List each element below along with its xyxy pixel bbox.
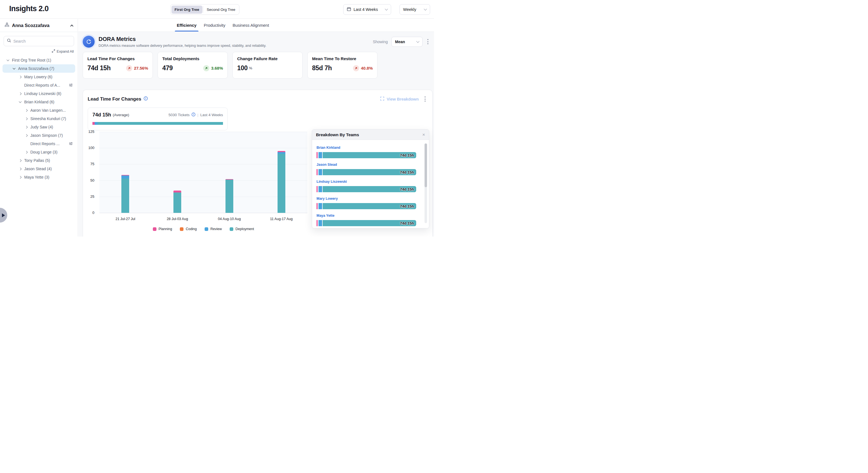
tab-business-alignment[interactable]: Business Alignment: [232, 19, 269, 31]
tree-item[interactable]: Anna Scozzafava (7): [2, 64, 75, 73]
tree-item[interactable]: Direct Reports ...: [2, 140, 75, 148]
team-name-link[interactable]: Brian Kirkland: [316, 146, 340, 150]
lead-time-header: Lead Time For Changes: [83, 90, 432, 103]
lead-time-title: Lead Time For Changes: [88, 96, 141, 102]
granularity-select[interactable]: Weekly: [400, 4, 430, 15]
chevron-right-icon[interactable]: [19, 76, 22, 78]
panel-scrollbar-thumb[interactable]: [425, 144, 427, 187]
tree-item[interactable]: Tony Pallas (5): [2, 156, 75, 165]
date-range-select[interactable]: Last 4 Weeks: [343, 4, 391, 15]
search-input[interactable]: [13, 39, 71, 43]
view-breakdown-button[interactable]: View Breakdown: [380, 97, 419, 101]
legend-swatch: [205, 227, 208, 231]
chevron-right-icon[interactable]: [19, 168, 22, 170]
tree-item[interactable]: First Org Tree Root (1): [2, 56, 75, 64]
team-value: 74d 15h: [400, 187, 414, 191]
chart-bar-04-Aug-10-Aug: [225, 179, 233, 213]
team-name-link[interactable]: Jason Stead: [316, 163, 337, 167]
info-icon[interactable]: [144, 96, 148, 102]
toggle-divider: [203, 6, 203, 13]
tab-efficiency[interactable]: Efficiency: [177, 19, 196, 31]
dora-kebab-menu-icon[interactable]: [426, 38, 430, 46]
metric-value: 100: [237, 64, 247, 72]
tree-item[interactable]: Direct Reports of A...: [2, 81, 75, 89]
tree-item[interactable]: Maya Yette (3): [2, 173, 75, 181]
tree-item[interactable]: Brian Kirkland (6): [2, 98, 75, 106]
trend-badge: 27.56%: [126, 65, 148, 71]
chevron-down-icon[interactable]: [13, 66, 16, 69]
team-bar-review: [318, 186, 322, 192]
metric-card[interactable]: Mean Time To Restore85d 7h40.8%: [307, 52, 377, 79]
gridline: [99, 148, 307, 148]
chevron-down-icon[interactable]: [19, 100, 22, 103]
top-header: Insights 2.0 First Org Tree Second Org T…: [0, 0, 434, 19]
chevron-right-icon[interactable]: [25, 151, 28, 153]
team-name-link[interactable]: Maya Yette: [316, 214, 334, 217]
tree-item-label: Sireesha Kunduri (7): [30, 116, 66, 121]
tree-item[interactable]: Sireesha Kunduri (7): [2, 115, 75, 123]
tree-item[interactable]: Mary Lowery (6): [2, 73, 75, 81]
lead-time-card: Lead Time For Changes: [83, 90, 433, 237]
team-bar-planning: [316, 203, 318, 209]
chevron-down-icon: [424, 7, 427, 10]
app-title: Insights 2.0: [9, 4, 49, 13]
legend-item-review: Review: [205, 227, 222, 231]
info-icon[interactable]: [191, 113, 195, 117]
team-name-link[interactable]: Mary Lowery: [316, 197, 338, 201]
chart-y-axis: 0255075100125: [83, 132, 97, 213]
tab-productivity[interactable]: Productivity: [204, 19, 225, 31]
chevron-down-icon: [385, 7, 388, 10]
summary-meta: 5030 Tickets | Last 4 Weeks: [168, 113, 223, 117]
toggle-option-first-org-tree[interactable]: First Org Tree: [172, 6, 203, 13]
close-icon[interactable]: ×: [422, 132, 425, 137]
lead-time-kebab-menu-icon[interactable]: [424, 95, 427, 103]
aggregation-select[interactable]: Mean: [392, 37, 423, 47]
team-value: 74d 15h: [400, 204, 414, 208]
expand-all-button[interactable]: Expand All: [0, 49, 74, 54]
metric-title: Lead Time For Changes: [87, 56, 148, 61]
summary-bar-segment-planning: [92, 122, 95, 125]
chevron-right-icon[interactable]: [19, 176, 22, 179]
tree-item[interactable]: Jason Simpson (7): [2, 131, 75, 140]
showing-label: Showing: [373, 39, 388, 44]
sidebar-search: [4, 36, 74, 46]
panel-scrollbar[interactable]: [425, 144, 427, 223]
chart-bar-11-Aug-17-Aug: [278, 151, 285, 213]
toggle-option-second-org-tree[interactable]: Second Org Tree: [204, 6, 239, 13]
chevron-right-icon[interactable]: [25, 109, 28, 112]
legend-label: Review: [211, 227, 222, 231]
breakdown-title: Breakdown By Teams: [316, 132, 359, 137]
team-name-link[interactable]: Lindsay Liszewski: [316, 180, 347, 184]
team-bar-planning: [316, 169, 318, 175]
chevron-right-icon[interactable]: [25, 117, 28, 120]
tree-item[interactable]: Judy Saw (4): [2, 123, 75, 131]
metric-cards-row: Lead Time For Changes74d 15h27.56%Total …: [83, 52, 430, 79]
filter-sliders-icon[interactable]: [69, 83, 73, 88]
team-value: 74d 15h: [400, 170, 414, 174]
chevron-down-icon[interactable]: [7, 58, 9, 61]
tree-item[interactable]: Lindsay Liszewski (8): [2, 89, 75, 98]
bar-segment-deployment: [121, 179, 129, 213]
legend-label: Planning: [159, 227, 172, 231]
filter-sliders-icon[interactable]: [69, 142, 73, 147]
chevron-right-icon[interactable]: [25, 134, 28, 137]
metric-card[interactable]: Change Failure Rate100%: [232, 52, 303, 79]
tree-item[interactable]: Aaron Van Langen...: [2, 106, 75, 115]
team-row: Brian Kirkland74d 15h: [316, 145, 416, 158]
sidebar-user-header[interactable]: Anna Scozzafava: [0, 19, 78, 32]
gridline: [99, 213, 307, 213]
summary-range-label: Last 4 Weeks: [200, 113, 223, 117]
team-row: Maya Yette74d 15h: [316, 213, 416, 226]
tree-item[interactable]: Jason Stead (4): [2, 165, 75, 173]
play-icon: [2, 213, 5, 217]
metric-card[interactable]: Lead Time For Changes74d 15h27.56%: [83, 52, 153, 79]
chevron-up-icon[interactable]: [70, 25, 73, 28]
tree-item[interactable]: Doug Lange (3): [2, 148, 75, 156]
chevron-right-icon[interactable]: [25, 126, 28, 128]
metric-card[interactable]: Total Deployments4793.68%: [158, 52, 228, 79]
chart-bar-21-Jul-27-Jul: [121, 175, 129, 213]
trend-arrow-icon: [353, 65, 359, 71]
chevron-right-icon[interactable]: [19, 159, 22, 162]
bar-segment-deployment: [174, 193, 181, 213]
chevron-right-icon[interactable]: [19, 92, 22, 95]
